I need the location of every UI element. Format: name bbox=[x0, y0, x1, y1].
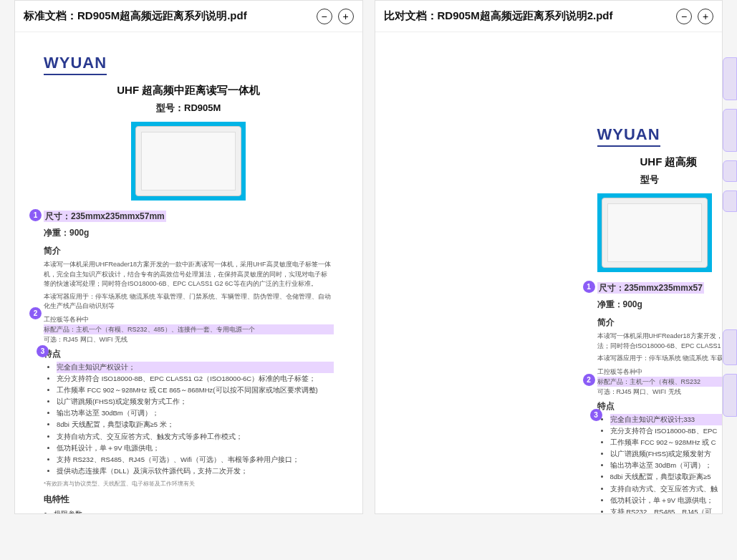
diff-badge-3[interactable]: 3 bbox=[590, 409, 602, 421]
diff-badge-1[interactable]: 1 bbox=[29, 209, 42, 221]
right-doc-title: 比对文档：RD905M超高频远距离系列说明2.pdf bbox=[384, 9, 677, 23]
right-filename: RD905M超高频远距离系列说明2.pdf bbox=[438, 9, 613, 21]
limit-heading: 极限参数 bbox=[54, 508, 334, 513]
diff-sidebar bbox=[723, 57, 737, 417]
minus-icon: − bbox=[681, 11, 687, 21]
feature-item: 支持 RS232、RS485、RJ45（可 bbox=[610, 506, 723, 513]
feature-item: 输出功率达至 30dBm（可调）； bbox=[57, 407, 334, 419]
intro-p2: 本读写器应用于：停车场系统 物流系统 车载管理、门禁系统、车辆管理、防伪管理、仓… bbox=[44, 292, 334, 312]
feature-item: 以广谱跳频(FHSS)或定频发射方式工作； bbox=[57, 396, 334, 407]
intro-heading: 简介 bbox=[597, 317, 723, 329]
feature-item: 输出功率达至 30dBm（可调）； bbox=[610, 460, 723, 471]
diff-badge-3[interactable]: 3 bbox=[37, 345, 49, 357]
left-zoom-in-button[interactable]: + bbox=[338, 9, 354, 24]
elec-heading: 电特性 bbox=[44, 493, 334, 506]
left-header-label: 标准文档： bbox=[24, 9, 77, 21]
feature-item: 低功耗设计，单＋9V 电源供电； bbox=[57, 443, 334, 454]
left-doc-title: 标准文档：RD905M超高频远距离系列说明.pdf bbox=[24, 9, 317, 23]
feature-item: 支持自动方式、交互应答方式、触发方式等多种工作模式； bbox=[57, 431, 334, 443]
feature-list: 完全自主知识产权设计； 充分支持符合 ISO18000-8B、EPC CLASS… bbox=[44, 362, 334, 477]
kit-label: 标配产品： bbox=[44, 326, 76, 333]
diff-nav-tab[interactable] bbox=[723, 190, 737, 212]
right-zoom-in-button[interactable]: + bbox=[698, 9, 713, 24]
kit-line: 标配产品：主机一个（有模、RS232、485）、连接件一套、专用电源一个 bbox=[44, 324, 334, 334]
diff-nav-tab[interactable] bbox=[723, 109, 737, 152]
feature-item: 支持自动方式、交互应答方式、触 bbox=[610, 483, 723, 495]
features-heading: 特点 bbox=[44, 348, 334, 360]
intro-p1: 本读写一体机采用UHFReader18方案开发，完全自主知识产权设计，结合专有的… bbox=[597, 332, 723, 351]
kit-label: 标配产品： bbox=[597, 378, 630, 385]
feature-item: 低功耗设计，单＋9V 电源供电； bbox=[610, 495, 723, 506]
diff-badge-1[interactable]: 1 bbox=[583, 281, 595, 293]
features-heading: 特点 bbox=[597, 400, 723, 412]
plus-icon: + bbox=[342, 11, 348, 21]
left-panel-header: 标准文档：RD905M超高频远距离系列说明.pdf − + bbox=[15, 1, 362, 32]
right-doc-viewport[interactable]: WYUAN UHF 超高频 型号 1 尺寸：235mmx235mmx57 净重：… bbox=[375, 32, 723, 513]
model-label: 型号：RD905M bbox=[44, 102, 334, 115]
feature-item: 完全自主知识产权设计； bbox=[57, 362, 334, 373]
dim-label: 尺寸： bbox=[599, 283, 625, 293]
option-line: 可选：RJ45 网口、WIFI 无线 bbox=[597, 387, 723, 397]
diff-badge-2[interactable]: 2 bbox=[29, 307, 42, 319]
feature-item: 8dbi 天线配置，典型读取距离≥5 米； bbox=[57, 419, 334, 430]
weight-line: 净重：900g bbox=[597, 299, 723, 311]
feature-item: 工作频率 FCC 902～928MHz 或 C bbox=[610, 437, 723, 448]
feature-item: 充分支持符合 ISO18000-8B、EPC bbox=[610, 425, 723, 437]
dimension-row: 1 尺寸：235mmx235mmx57mm bbox=[44, 209, 334, 223]
diff-nav-tab[interactable] bbox=[723, 374, 737, 417]
right-zoom-out-button[interactable]: − bbox=[676, 9, 692, 24]
weight-line: 净重：900g bbox=[44, 227, 334, 239]
kit-line: 标配产品：主机一个（有模、RS232 bbox=[597, 377, 723, 387]
footnote: *有效距离与协议类型、天线配置、电子标签及工作环境有关 bbox=[44, 480, 334, 488]
left-filename: RD905M超高频远距离系列说明.pdf bbox=[77, 9, 247, 21]
doc-title: UHF 超高频中距离读写一体机 bbox=[44, 84, 334, 97]
diff-nav-tab[interactable] bbox=[723, 160, 737, 182]
left-doc-viewport[interactable]: WYUAN UHF 超高频中距离读写一体机 型号：RD905M 1 尺寸：235… bbox=[15, 32, 362, 513]
intro-p1: 本读写一体机采用UHFReader18方案开发的一款中距离读写一体机，采用UHF… bbox=[44, 260, 334, 289]
pre-line: 工控板等各种中 bbox=[597, 367, 723, 377]
feature-item: 8dbi 天线配置，典型读取距离≥5 bbox=[610, 471, 723, 483]
feature-item: 工作频率 FCC 902～928MHz 或 CE 865～868MHz(可以按不… bbox=[57, 385, 334, 396]
feature-item: 充分支持符合 ISO18000-8B、EPC CLASS1 G2（ISO1800… bbox=[57, 373, 334, 385]
diff-nav-tab[interactable] bbox=[723, 57, 737, 100]
intro-p2: 本读写器应用于：停车场系统 物流系统 车载 bbox=[597, 354, 723, 364]
product-image bbox=[131, 122, 246, 201]
feature-item: 完全自主知识产权设计;333 bbox=[610, 414, 723, 425]
feature-item: 提供动态连接库（DLL）及演示软件源代码，支持二次开发； bbox=[57, 465, 334, 477]
right-panel: 比对文档：RD905M超高频远距离系列说明2.pdf − + WYUAN UHF… bbox=[375, 0, 723, 514]
product-image bbox=[597, 193, 712, 272]
brand-logo: WYUAN bbox=[44, 54, 107, 75]
feature-item: 以广谱跳频(FHSS)或定频发射方 bbox=[610, 448, 723, 460]
pre-line: 工控板等各种中 bbox=[44, 314, 334, 324]
brand-logo: WYUAN bbox=[597, 125, 660, 147]
dim-value: 235mmx235mmx57mm bbox=[71, 211, 165, 221]
right-header-label: 比对文档： bbox=[384, 9, 438, 21]
kit-value: 主机一个（有模、RS232 bbox=[630, 378, 701, 385]
diff-nav-tab[interactable] bbox=[723, 329, 737, 365]
option-line: 可选：RJ45 网口、WIFI 无线 bbox=[44, 334, 334, 344]
dimension-row: 1 尺寸：235mmx235mmx57 bbox=[597, 281, 723, 294]
right-panel-header: 比对文档：RD905M超高频远距离系列说明2.pdf − + bbox=[375, 1, 723, 32]
intro-heading: 简介 bbox=[44, 245, 334, 257]
left-panel: 标准文档：RD905M超高频远距离系列说明.pdf − + WYUAN UHF … bbox=[14, 0, 363, 514]
feature-list: 完全自主知识产权设计;333 充分支持符合 ISO18000-8B、EPC 工作… bbox=[597, 414, 723, 513]
dim-label: 尺寸： bbox=[45, 211, 71, 221]
doc-title: UHF 超高频 bbox=[640, 155, 723, 169]
dim-value: 235mmx235mmx57 bbox=[625, 283, 703, 293]
minus-icon: − bbox=[321, 11, 327, 21]
kit-value: 主机一个（有模、RS232、485）、连接件一套、专用电源一个 bbox=[76, 326, 255, 333]
model-label: 型号 bbox=[640, 173, 723, 186]
left-zoom-out-button[interactable]: − bbox=[317, 9, 332, 24]
feature-item: 支持 RS232、RS485、RJ45（可选）、Wifi（可选）、韦根等多种用户… bbox=[57, 454, 334, 465]
diff-badge-2[interactable]: 2 bbox=[583, 374, 595, 386]
plus-icon: + bbox=[703, 11, 708, 21]
